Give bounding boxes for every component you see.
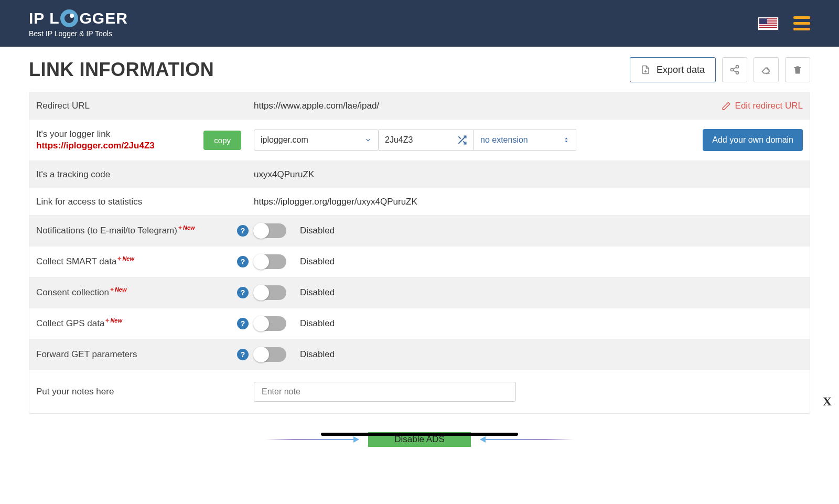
close-ad-button[interactable]: X bbox=[823, 394, 832, 409]
gps-toggle[interactable] bbox=[254, 316, 286, 331]
language-flag-us[interactable] bbox=[758, 17, 779, 30]
forward-get-row: Forward GET parameters ? Disabled bbox=[29, 339, 810, 370]
tracking-code-label: It's a tracking code bbox=[36, 169, 254, 180]
smart-status: Disabled bbox=[300, 256, 335, 267]
action-buttons: Export data bbox=[630, 57, 810, 82]
help-icon[interactable]: ? bbox=[237, 225, 249, 237]
short-code-box: 2Ju4Z3 bbox=[379, 130, 474, 151]
pencil-icon bbox=[722, 101, 731, 111]
stats-link-row: Link for access to statistics https://ip… bbox=[29, 188, 810, 216]
svg-point-0 bbox=[736, 66, 739, 68]
share-icon bbox=[729, 65, 740, 75]
title-row: LINK INFORMATION Export data bbox=[29, 57, 810, 82]
logger-link-label: It's your logger link bbox=[36, 129, 155, 140]
notes-row: Put your notes here bbox=[29, 370, 810, 413]
new-badge: New bbox=[110, 286, 127, 293]
tracking-code-row: It's a tracking code uxyx4QPuruZK bbox=[29, 161, 810, 188]
short-code: 2Ju4Z3 bbox=[385, 135, 413, 145]
domain-selected: iplogger.com bbox=[261, 135, 308, 145]
notes-input[interactable] bbox=[254, 382, 516, 402]
consent-status: Disabled bbox=[300, 287, 335, 298]
extension-value: no extension bbox=[480, 135, 528, 145]
erase-button[interactable] bbox=[754, 57, 779, 82]
arrow-right-icon bbox=[265, 439, 359, 440]
menu-hamburger-icon[interactable] bbox=[793, 16, 810, 30]
site-header: IP L GGER Best IP Logger & IP Tools bbox=[0, 0, 839, 47]
help-icon[interactable]: ? bbox=[237, 287, 249, 298]
gps-row: Collect GPS data New ? Disabled bbox=[29, 308, 810, 339]
notifications-row: Notifications (to E-mail/to Telegram) Ne… bbox=[29, 216, 810, 246]
help-icon[interactable]: ? bbox=[237, 318, 249, 329]
home-indicator bbox=[321, 433, 518, 436]
arrow-left-icon bbox=[480, 439, 574, 440]
tagline: Best IP Logger & IP Tools bbox=[29, 29, 128, 38]
forward-get-label: Forward GET parameters bbox=[36, 349, 137, 360]
delete-button[interactable] bbox=[785, 57, 810, 82]
trash-icon bbox=[792, 65, 803, 75]
erase-icon bbox=[761, 65, 771, 75]
notifications-toggle[interactable] bbox=[254, 223, 286, 238]
consent-toggle[interactable] bbox=[254, 285, 286, 300]
tracking-code-value: uxyx4QPuruZK bbox=[254, 169, 803, 180]
logo-text-after: GGER bbox=[79, 9, 127, 27]
redirect-url-row: Redirect URL https://www.apple.com/lae/i… bbox=[29, 92, 810, 120]
logo: IP L GGER bbox=[29, 9, 128, 27]
shuffle-icon[interactable] bbox=[457, 135, 467, 145]
copy-button[interactable]: copy bbox=[203, 131, 241, 150]
new-badge: New bbox=[178, 224, 195, 231]
export-data-button[interactable]: Export data bbox=[630, 57, 716, 82]
redirect-url-value: https://www.apple.com/lae/ipad/ bbox=[254, 101, 722, 111]
svg-line-4 bbox=[733, 67, 736, 69]
gps-label: Collect GPS data bbox=[36, 318, 104, 329]
main-content: LINK INFORMATION Export data Redirect UR… bbox=[0, 47, 839, 463]
logo-section[interactable]: IP L GGER Best IP Logger & IP Tools bbox=[29, 9, 128, 38]
new-badge: New bbox=[117, 255, 134, 262]
add-domain-button[interactable]: Add your own domain bbox=[703, 129, 803, 151]
edit-redirect-label: Edit redirect URL bbox=[735, 101, 803, 111]
logo-text-before: IP L bbox=[29, 9, 59, 27]
share-button[interactable] bbox=[722, 57, 747, 82]
svg-line-3 bbox=[733, 70, 736, 72]
forward-get-toggle[interactable] bbox=[254, 347, 286, 362]
stats-link-label: Link for access to statistics bbox=[36, 197, 254, 207]
consent-row: Consent collection New ? Disabled bbox=[29, 277, 810, 308]
forward-get-status: Disabled bbox=[300, 349, 335, 360]
help-icon[interactable]: ? bbox=[237, 349, 249, 360]
logo-o-icon bbox=[60, 9, 78, 27]
notifications-label: Notifications (to E-mail/to Telegram) bbox=[36, 226, 177, 236]
svg-point-1 bbox=[731, 69, 734, 71]
notes-label: Put your notes here bbox=[36, 387, 254, 397]
svg-line-7 bbox=[458, 136, 460, 138]
chevron-down-icon bbox=[364, 136, 372, 144]
logger-link-row: It's your logger link https://iplogger.c… bbox=[29, 120, 810, 161]
smart-label: Collect SMART data bbox=[36, 256, 116, 267]
export-label: Export data bbox=[657, 65, 705, 76]
help-icon[interactable]: ? bbox=[237, 256, 249, 267]
page-title: LINK INFORMATION bbox=[29, 59, 214, 81]
new-badge: New bbox=[105, 317, 122, 324]
smart-data-row: Collect SMART data New ? Disabled bbox=[29, 246, 810, 277]
header-right bbox=[758, 16, 810, 30]
svg-point-2 bbox=[736, 71, 739, 74]
logger-link-url[interactable]: https://iplogger.com/2Ju4Z3 bbox=[36, 141, 155, 151]
consent-label: Consent collection bbox=[36, 287, 109, 298]
notifications-status: Disabled bbox=[300, 226, 335, 236]
export-icon bbox=[641, 65, 650, 74]
info-table: Redirect URL https://www.apple.com/lae/i… bbox=[29, 92, 810, 414]
stats-link-value: https://iplogger.org/logger/uxyx4QPuruZK bbox=[254, 197, 803, 207]
edit-redirect-url[interactable]: Edit redirect URL bbox=[722, 101, 803, 111]
sort-icon bbox=[563, 136, 569, 144]
gps-status: Disabled bbox=[300, 318, 335, 329]
extension-select[interactable]: no extension bbox=[474, 130, 576, 151]
redirect-url-label: Redirect URL bbox=[36, 101, 254, 111]
domain-select[interactable]: iplogger.com bbox=[254, 130, 379, 151]
smart-toggle[interactable] bbox=[254, 254, 286, 269]
